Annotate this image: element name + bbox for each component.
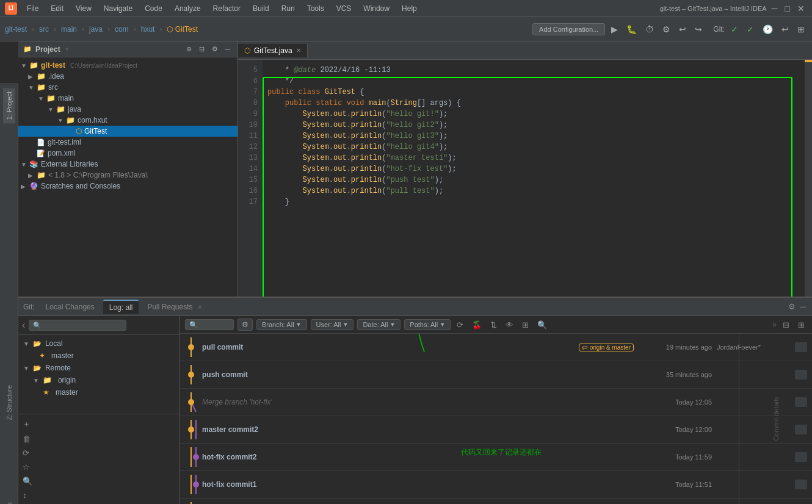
project-settings-btn[interactable]: ⚙ <box>209 44 220 54</box>
commit-row-third[interactable]: third commit Today 11:34 <box>180 499 812 504</box>
menu-refactor[interactable]: Refactor <box>208 3 245 14</box>
git-search-btn[interactable]: 🔍 <box>21 475 177 488</box>
git-eye-btn[interactable]: 👁 <box>503 319 516 331</box>
tree-idea[interactable]: ▶ 📁 .idea <box>18 71 237 82</box>
git-refresh-log-btn[interactable]: ⟳ <box>454 319 466 331</box>
menu-vcs[interactable]: VCS <box>332 3 357 14</box>
menu-file[interactable]: File <box>22 3 43 14</box>
commit-row-master2[interactable]: master commit2 Today 12:00 <box>180 416 812 444</box>
breadcrumb-file[interactable]: ⬡ GitTest <box>167 25 198 34</box>
tree-root[interactable]: ▼ 📁 git-test C:\Users\win\IdeaProject <box>18 60 237 71</box>
menu-build[interactable]: Build <box>248 3 274 14</box>
git-add-btn[interactable]: ＋ <box>21 417 177 431</box>
project-tab[interactable]: 1: Project <box>3 88 15 123</box>
git-expand-btn[interactable]: ⊟ <box>780 319 792 331</box>
commit-time: 35 minutes ago <box>639 371 712 378</box>
git-local-group[interactable]: ▼ 📂 Local <box>18 337 179 350</box>
maximize-btn[interactable]: □ <box>783 2 792 15</box>
menu-analyze[interactable]: Analyze <box>170 3 206 14</box>
commit-row-hotfix1[interactable]: hot-fix commit1 Today 11:51 <box>180 471 812 499</box>
git-sort-btn[interactable]: ⇅ <box>488 319 499 331</box>
git-undo[interactable]: ↩ <box>779 23 791 35</box>
date-filter-btn[interactable]: Date: All ▼ <box>357 319 401 330</box>
breadcrumb-src[interactable]: src <box>39 25 49 34</box>
bottom-minimize-btn[interactable]: ─ <box>799 301 807 312</box>
git-log-search[interactable] <box>185 319 234 330</box>
tree-src[interactable]: ▼ 📁 src <box>18 82 237 93</box>
tree-jdk[interactable]: ▶ 📁 < 1.8 > C:\Program Files\Java\ <box>18 170 237 181</box>
structure-tab[interactable]: Z: Structure <box>3 381 15 423</box>
tree-scratches[interactable]: ▶ 🔮 Scratches and Consoles <box>18 181 237 192</box>
menu-code[interactable]: Code <box>140 3 167 14</box>
menu-edit[interactable]: Edit <box>46 3 68 14</box>
editor-tab-gittest[interactable]: ⬡ GitTest.java ✕ <box>238 44 308 57</box>
bottom-settings-btn[interactable]: ⚙ <box>787 301 797 312</box>
project-sync-btn[interactable]: ⊕ <box>184 44 194 54</box>
profile-button[interactable]: ⏱ <box>643 23 656 35</box>
breadcrumb-hxut[interactable]: hxut <box>141 25 155 34</box>
git-history[interactable]: 🕐 <box>760 23 775 35</box>
commit-row-push[interactable]: push commit 35 minutes ago <box>180 361 812 389</box>
tree-main[interactable]: ▼ 📁 main <box>18 93 237 104</box>
tree-iml[interactable]: ▶ 📄 git-test.iml <box>18 137 237 148</box>
commit-message: hot-fix commit2 <box>202 453 629 461</box>
redo-button[interactable]: ↪ <box>692 23 705 35</box>
breadcrumb-project[interactable]: git-test <box>5 25 27 34</box>
git-check1[interactable]: ✓ <box>728 23 741 35</box>
run-button[interactable]: ▶ <box>609 23 620 35</box>
tab-pull-requests[interactable]: Pull Requests ✕ <box>141 300 208 314</box>
project-close-btn[interactable]: ─ <box>223 44 233 54</box>
commit-row-hotfix2[interactable]: hot-fix commit2 Today 11:59 代码又回来了记录还都在 <box>180 444 812 471</box>
git-remote-group[interactable]: ▼ 📂 Remote <box>18 362 179 374</box>
tree-com-hxut[interactable]: ▼ 📁 com.hxut <box>18 115 237 126</box>
pull-requests-close-icon[interactable]: ✕ <box>197 304 202 311</box>
git-check2[interactable]: ✓ <box>744 23 756 35</box>
git-toolbar-settings[interactable]: ⚙ <box>237 319 253 331</box>
git-branch-tree: ▼ 📂 Local ✦ master ▼ 📂 Remote ▼ 📁 <box>18 335 179 414</box>
git-origin-master[interactable]: ★ master <box>18 386 179 398</box>
git-star-btn[interactable]: ☆ <box>21 461 177 473</box>
git-refresh-btn[interactable]: ⟳ <box>21 447 177 459</box>
breadcrumb-java[interactable]: java <box>89 25 103 34</box>
menu-run[interactable]: Run <box>277 3 300 14</box>
menu-tools[interactable]: Tools <box>302 3 329 14</box>
git-left-back-btn[interactable]: ‹ <box>21 319 26 332</box>
git-structure-btn[interactable]: ⊞ <box>520 319 531 331</box>
tree-pom[interactable]: ▶ 📝 pom.xml <box>18 148 237 159</box>
menu-window[interactable]: Window <box>358 3 394 14</box>
tree-java[interactable]: ▼ 📁 java <box>18 104 237 115</box>
user-filter-btn[interactable]: User: All ▼ <box>311 319 354 330</box>
git-sync-btn[interactable]: ↕ <box>21 489 177 502</box>
menu-navigate[interactable]: Navigate <box>99 3 137 14</box>
git-origin-group[interactable]: ▼ 📁 origin <box>18 374 179 386</box>
git-cherry-pick-btn[interactable]: 🍒 <box>469 319 484 331</box>
settings-button[interactable]: ⚙ <box>660 23 673 35</box>
git-local-master[interactable]: ✦ master <box>18 350 179 362</box>
menu-help[interactable]: Help <box>397 3 422 14</box>
project-collapse-btn[interactable]: ⊟ <box>197 44 207 54</box>
paths-filter-btn[interactable]: Paths: All ▼ <box>404 319 451 330</box>
add-configuration-button[interactable]: Add Configuration... <box>532 23 605 35</box>
breadcrumb-main[interactable]: main <box>61 25 77 34</box>
undo-button[interactable]: ↩ <box>676 23 689 35</box>
commit-row-merge[interactable]: Merge branch 'hot-fix' Today 12:05 <box>180 389 812 416</box>
git-search-log-btn[interactable]: 🔍 <box>535 319 549 331</box>
tree-ext-libs[interactable]: ▼ 📚 External Libraries <box>18 159 237 170</box>
tab-local-changes[interactable]: Local Changes <box>40 300 101 314</box>
favorites-tab[interactable]: 2: Favorites <box>3 499 15 504</box>
toolbar: git-test › src › main › java › com › hxu… <box>0 17 812 41</box>
tab-close-icon[interactable]: ✕ <box>296 47 301 54</box>
git-delete-btn[interactable]: 🗑 <box>21 433 177 445</box>
layout-button[interactable]: ⊞ <box>795 23 807 35</box>
git-collapse-btn[interactable]: ⊞ <box>796 319 807 331</box>
close-btn[interactable]: ✕ <box>795 2 807 15</box>
git-left-search-input[interactable] <box>29 320 126 331</box>
breadcrumb-com[interactable]: com <box>115 25 129 34</box>
tree-gittest[interactable]: ▶ ⬡ GitTest <box>18 126 237 137</box>
menu-view[interactable]: View <box>71 3 96 14</box>
commit-row-pull[interactable]: pull commit 🏷 origin & master 19 minutes… <box>180 334 812 361</box>
branch-filter-btn[interactable]: Branch: All ▼ <box>256 319 307 330</box>
tab-log-all[interactable]: Log: all <box>103 300 139 314</box>
debug-button[interactable]: 🐛 <box>624 23 639 35</box>
minimize-btn[interactable]: ─ <box>769 2 780 15</box>
